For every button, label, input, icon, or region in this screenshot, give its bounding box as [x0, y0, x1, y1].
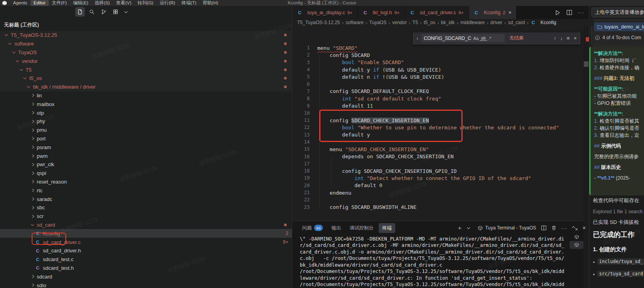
tree-folder-T5_TuyaOS-3.12.25[interactable]: T5_TuyaOS-3.12.25	[0, 31, 292, 40]
menu-item-运行R[interactable]: 运行(R)	[156, 0, 178, 6]
tree-folder-phy[interactable]: phy	[0, 117, 292, 126]
split-terminal-icon[interactable]	[541, 225, 547, 231]
chevron-down-icon[interactable]	[123, 7, 132, 17]
breadcrumb-item[interactable]: T5_TuyaOS-3.12.25	[297, 20, 340, 25]
panel-tab-输出[interactable]: 输出	[328, 223, 345, 233]
menu-item-转到G[interactable]: 转到(G)	[135, 0, 157, 6]
source-control-icon[interactable]	[99, 7, 109, 17]
tab-tkl_lvgl.h[interactable]: Ctkl_lvgl.h9+	[358, 6, 405, 19]
todos-status[interactable]: 4 of 4 To-dos Com	[595, 35, 641, 40]
tree-file-sd_card_driver.h[interactable]: Csd_card_driver.h	[0, 246, 292, 255]
tab-close-icon[interactable]: ×	[509, 9, 512, 15]
run-file-icon[interactable]	[554, 9, 561, 16]
code-line-content: config SDCARD_CHECK_INSERTION_GPIO_ID	[317, 168, 457, 174]
more-actions-icon[interactable]: ···	[578, 9, 584, 15]
terminal-dropdown-icon[interactable]	[467, 225, 470, 229]
tree-folder-software[interactable]: software	[0, 40, 292, 48]
find-close-icon[interactable]: ×	[573, 35, 577, 41]
find-in-selection-icon[interactable]: ≡	[566, 35, 571, 41]
menu-item-选择S[interactable]: 选择(S)	[91, 0, 113, 6]
breadcrumb-item[interactable]: driver	[490, 20, 502, 25]
breadcrumb-item[interactable]: vendor	[392, 20, 407, 25]
extensions-icon[interactable]	[111, 7, 120, 17]
tree-folder-mailbox[interactable]: mailbox	[0, 100, 292, 108]
whole-word-icon[interactable]: ab	[480, 36, 487, 41]
tree-file-sdcard_test.c[interactable]: Csdcard_test.c	[0, 255, 292, 264]
find-input[interactable]	[423, 35, 472, 42]
panel-tab-终端[interactable]: 终端	[379, 223, 395, 233]
file-path-chip[interactable]: src/tuya_sd_card	[597, 271, 644, 277]
panel-more-icon[interactable]: ···	[561, 225, 568, 231]
tree-folder-sd_card[interactable]: sd_card	[0, 221, 292, 229]
tree-folder-sdcard[interactable]: sdcard	[0, 272, 292, 281]
tree-folder-saradc[interactable]: saradc	[0, 195, 292, 203]
breadcrumb-item[interactable]: software	[346, 20, 364, 25]
split-editor-icon[interactable]	[566, 9, 572, 15]
breadcrumb-item[interactable]: T5	[412, 20, 418, 25]
tab-problems-badge: 9+	[459, 10, 464, 15]
kill-terminal-icon[interactable]	[551, 225, 556, 231]
panel-tab-问题[interactable]: 问题63	[299, 223, 326, 233]
terminal-session-label[interactable]: Tuya Terminal - TuyaOS	[478, 225, 536, 231]
breadcrumb-item[interactable]: sd_card	[508, 20, 525, 25]
menu-item-Agents[interactable]: Agents	[10, 0, 30, 6]
tree-folder-qspi[interactable]: qspi	[0, 169, 292, 178]
tree-folder-scr[interactable]: scr	[0, 212, 292, 221]
terminal-session-item[interactable]	[570, 233, 583, 241]
tree-folder-lin[interactable]: lin	[0, 91, 292, 100]
breadcrumb-item[interactable]: t5_os	[424, 20, 435, 25]
file-list-item[interactable]: ●include/tuya_sd_	[593, 258, 644, 264]
tree-folder-TuyaOS[interactable]: TuyaOS	[0, 48, 292, 57]
tree-folder-bk_idk-middleware-driver[interactable]: bk_idk / middleware / driver	[0, 83, 292, 91]
tree-folder-reset_reason[interactable]: reset_reason	[0, 178, 292, 186]
menu-item-文件F[interactable]: 文件(F)	[49, 0, 70, 6]
menu-item-终端T[interactable]: 终端(T)	[178, 0, 200, 6]
find-next-icon[interactable]: ↓	[559, 35, 564, 41]
tree-file-sd_card_driver.c[interactable]: Csd_card_driver.c9+	[0, 238, 292, 246]
project-chip[interactable]: tuyaos_demo_ai_to	[594, 23, 644, 31]
overview-ruler[interactable]	[583, 6, 589, 288]
tree-folder-sbc[interactable]: sbc	[0, 203, 292, 212]
file-path-chip[interactable]: include/tuya_sd_	[597, 258, 644, 265]
menu-item-Editor[interactable]: Editor	[30, 0, 49, 6]
tab-tuya_ai_display.c[interactable]: Ctuya_ai_display.c9+	[292, 6, 358, 19]
chat-thread-title[interactable]: 上电中英文语音播放参	[591, 8, 644, 17]
find-expand-icon[interactable]: ›	[416, 36, 419, 41]
new-terminal-icon[interactable]: ＋	[457, 224, 463, 232]
code-editor[interactable]: 1menu "SDCARD"2 config SDCARD3 bool "Ena…	[292, 26, 583, 221]
tree-folder-pmu[interactable]: pmu	[0, 126, 292, 135]
find-previous-icon[interactable]: ↑	[553, 35, 557, 41]
regex-icon[interactable]: .*	[487, 36, 492, 41]
breadcrumb-item[interactable]: Kconfig	[541, 20, 556, 25]
breadcrumb-item[interactable]: middleware	[460, 20, 484, 25]
session-close-icon[interactable]: ×	[570, 225, 583, 233]
menu-item-帮助H[interactable]: 帮助(H)	[200, 0, 221, 6]
tree-folder-T5[interactable]: T5	[0, 65, 292, 74]
terminal-session-item[interactable]	[570, 241, 583, 249]
file-list-item[interactable]: ●src/tuya_sd_card	[593, 271, 644, 277]
panel-tab-调试控制台[interactable]: 调试控制台	[346, 223, 377, 233]
tree-file-sdcard_test.h[interactable]: Csdcard_test.h	[0, 264, 292, 273]
tree-file-Kconfig[interactable]: CKconfig2	[0, 229, 292, 238]
tree-folder-otp[interactable]: otp	[0, 108, 292, 117]
tab-Kconfig[interactable]: CKconfig2×	[469, 6, 517, 19]
tree-folder-rtc[interactable]: rtc	[0, 186, 292, 195]
tab-sd_card_driver.c[interactable]: Csd_card_driver.c9+	[405, 6, 469, 19]
explorer-icon[interactable]	[75, 7, 85, 17]
menu-item-查看V[interactable]: 查看(V)	[113, 0, 134, 6]
tree-folder-sdio[interactable]: sdio	[0, 281, 292, 288]
search-icon[interactable]	[87, 7, 97, 17]
terminal-output[interactable]: \" -DARMINO_SOC=bk7258 -DBEKEN_PLATFORM …	[300, 236, 569, 288]
breadcrumb-item[interactable]: bk_idk	[441, 20, 455, 25]
tree-folder-t5_os[interactable]: t5_os	[0, 74, 292, 83]
tree-folder-vendor[interactable]: vendor	[0, 57, 292, 65]
breadcrumb[interactable]: T5_TuyaOS-3.12.25›software›TuyaOS›vendor…	[292, 19, 594, 26]
tree-folder-pwr_clk[interactable]: pwr_clk	[0, 160, 292, 169]
tree-folder-port[interactable]: port	[0, 135, 292, 143]
breadcrumb-item[interactable]: TuyaOS	[369, 20, 387, 25]
match-case-icon[interactable]: Aa	[472, 36, 480, 41]
scrollbar-thumb[interactable]	[584, 61, 589, 67]
menu-item-编辑E[interactable]: 编辑(E)	[70, 0, 91, 6]
tree-folder-pwm[interactable]: pwm	[0, 152, 292, 160]
tree-folder-psram[interactable]: psram	[0, 143, 292, 152]
